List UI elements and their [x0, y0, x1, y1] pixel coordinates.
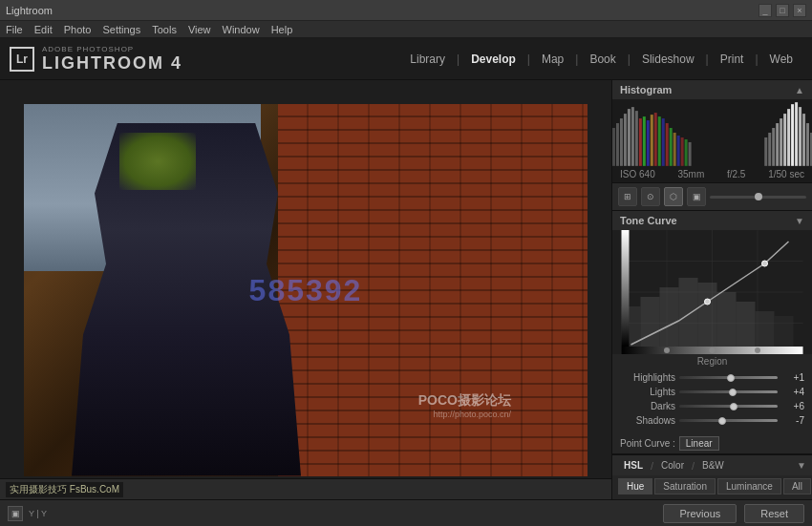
tab-map[interactable]: Map — [532, 49, 573, 70]
svg-rect-30 — [799, 107, 801, 166]
hsl-collapse-icon[interactable]: ▼ — [797, 460, 806, 471]
sub-tab-saturation[interactable]: Saturation — [654, 478, 716, 494]
lights-label: Lights — [620, 387, 675, 397]
minimize-button[interactable]: _ — [759, 4, 772, 17]
heal-tool[interactable]: ⊙ — [641, 187, 660, 206]
tab-print[interactable]: Print — [711, 49, 754, 70]
sub-tab-all[interactable]: All — [783, 478, 811, 494]
crop-tool[interactable]: ⊞ — [618, 187, 637, 206]
menu-help[interactable]: Help — [271, 24, 293, 35]
photo-container[interactable]: 585392 POCO摄影论坛 http://photo.poco.cn/ — [0, 80, 611, 499]
bottom-bar: ▣ Y | Y Previous Reset — [0, 499, 812, 526]
hsl-tab-bar: HSL / Color / B&W ▼ — [612, 455, 812, 475]
title-bar: Lightroom _ □ × — [0, 0, 812, 21]
right-panel: Histogram ▲ — [611, 80, 812, 499]
tab-web[interactable]: Web — [760, 49, 802, 70]
sub-tab-hue[interactable]: Hue — [618, 478, 652, 494]
svg-rect-10 — [651, 115, 653, 166]
sub-tab-luminance[interactable]: Luminance — [717, 478, 781, 494]
tab-color[interactable]: Color — [655, 458, 690, 473]
highlights-label: Highlights — [620, 372, 675, 383]
histogram-svg — [612, 99, 812, 166]
maximize-button[interactable]: □ — [776, 4, 789, 17]
photo-image: 585392 POCO摄影论坛 http://photo.poco.cn/ — [24, 104, 588, 476]
tool-slider[interactable] — [710, 196, 806, 199]
svg-rect-4 — [628, 109, 630, 166]
tone-curve-collapse-icon[interactable]: ▼ — [795, 216, 804, 226]
filmstrip-icon[interactable]: ▣ — [8, 506, 23, 521]
histogram-lens: 35mm — [677, 169, 704, 179]
svg-rect-23 — [772, 128, 775, 166]
svg-point-49 — [705, 299, 711, 305]
photo-watermark-poco: POCO摄影论坛 http://photo.poco.cn/ — [418, 392, 511, 419]
hsl-sub-tabs: Hue Saturation Luminance All — [612, 475, 812, 497]
histogram-section: Histogram ▲ — [612, 80, 812, 183]
main-area: 585392 POCO摄影论坛 http://photo.poco.cn/ 实用… — [0, 80, 812, 499]
svg-point-55 — [755, 347, 760, 353]
lights-value: +4 — [781, 387, 804, 397]
previous-button[interactable]: Previous — [663, 504, 737, 523]
svg-rect-28 — [791, 104, 794, 166]
svg-rect-44 — [698, 283, 717, 354]
photo-panel: 585392 POCO摄影论坛 http://photo.poco.cn/ 实用… — [0, 80, 611, 499]
svg-rect-26 — [783, 114, 786, 166]
lights-row: Lights +4 — [620, 387, 804, 397]
menu-tools[interactable]: Tools — [152, 24, 177, 35]
tab-library[interactable]: Library — [400, 49, 455, 70]
photo-bottom-bar: 实用摄影技巧 FsBus.CoM — [0, 478, 611, 499]
menu-window[interactable]: Window — [223, 24, 260, 35]
shadows-thumb — [718, 417, 726, 425]
tool-slider-thumb — [755, 193, 762, 200]
darks-row: Darks +6 — [620, 401, 804, 411]
lights-track[interactable] — [679, 390, 778, 393]
reset-button[interactable]: Reset — [744, 504, 804, 523]
svg-rect-5 — [631, 107, 634, 166]
histogram-header: Histogram ▲ — [612, 80, 812, 99]
tone-curve-sliders: Highlights +1 Lights +4 Darks — [612, 368, 812, 433]
lights-thumb — [729, 389, 737, 396]
svg-rect-21 — [764, 137, 767, 166]
tab-hsl[interactable]: HSL — [618, 458, 649, 473]
region-label: Region — [612, 354, 812, 368]
shadows-track[interactable] — [679, 419, 778, 422]
tone-curve-svg — [612, 230, 812, 354]
menu-photo[interactable]: Photo — [64, 24, 92, 35]
svg-rect-13 — [662, 118, 665, 166]
highlights-track[interactable] — [679, 376, 778, 379]
svg-rect-41 — [641, 297, 660, 354]
svg-rect-19 — [685, 139, 688, 166]
svg-rect-17 — [677, 136, 680, 166]
adobe-label: ADOBE PHOTOSHOP — [42, 45, 182, 53]
svg-rect-12 — [658, 116, 661, 166]
tone-curve-canvas[interactable] — [612, 230, 812, 354]
highlights-thumb — [727, 374, 735, 382]
svg-rect-45 — [717, 292, 737, 354]
histogram-info: ISO 640 35mm f/2.5 1/50 sec — [612, 166, 812, 182]
menu-view[interactable]: View — [188, 24, 211, 35]
brush-tool[interactable]: ⬡ — [664, 187, 683, 206]
menu-edit[interactable]: Edit — [34, 24, 53, 35]
red-slider-row: Red 0 — [612, 497, 812, 499]
histogram-collapse-icon[interactable]: ▲ — [795, 85, 804, 95]
view-options: Y | Y — [29, 509, 47, 518]
svg-rect-18 — [681, 137, 684, 166]
shadows-value: -7 — [781, 415, 804, 426]
darks-track[interactable] — [679, 405, 778, 408]
close-button[interactable]: × — [793, 4, 806, 17]
svg-point-50 — [762, 261, 768, 266]
tab-book[interactable]: Book — [580, 49, 625, 70]
menu-file[interactable]: File — [6, 24, 23, 35]
histogram-title: Histogram — [620, 84, 672, 95]
menu-settings[interactable]: Settings — [102, 24, 140, 35]
logo-area: Lr ADOBE PHOTOSHOP LIGHTROOM 4 — [10, 45, 182, 74]
menu-bar: File Edit Photo Settings Tools View Wind… — [0, 21, 812, 38]
gradient-tool[interactable]: ▣ — [687, 187, 706, 206]
tab-bw[interactable]: B&W — [696, 458, 730, 473]
point-curve-value[interactable]: Linear — [679, 436, 719, 451]
darks-value: +6 — [781, 401, 804, 411]
tab-develop[interactable]: Develop — [461, 49, 525, 70]
highlights-value: +1 — [781, 372, 804, 383]
app-title: Lightroom — [6, 5, 53, 16]
tab-slideshow[interactable]: Slideshow — [632, 49, 704, 70]
darks-thumb — [730, 403, 737, 410]
